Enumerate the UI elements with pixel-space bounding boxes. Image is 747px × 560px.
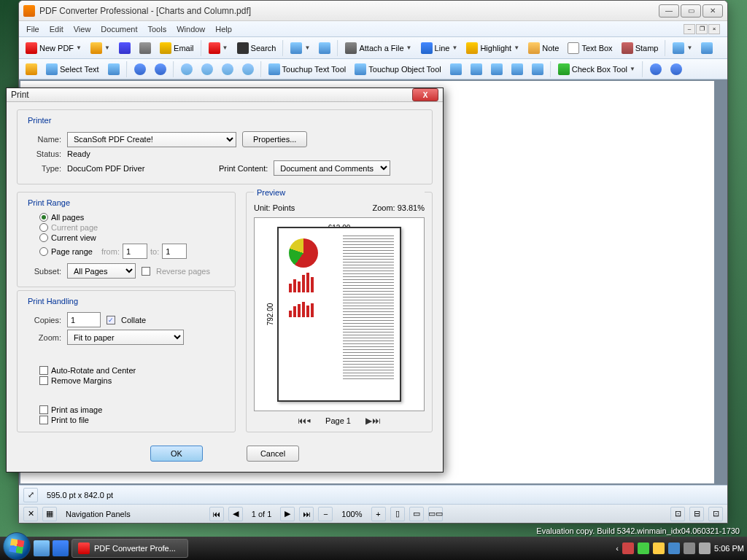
- taskbar-app-button[interactable]: PDF Converter Profe...: [71, 539, 188, 558]
- taskbar[interactable]: PDF Converter Profe... ‹ 5:06 PM: [0, 537, 747, 560]
- rotate-cw[interactable]: [667, 61, 686, 78]
- print-file-checkbox[interactable]: [39, 416, 48, 424]
- scan-button[interactable]: ▼: [287, 39, 314, 57]
- convert-button[interactable]: ▼: [205, 39, 232, 57]
- tray-icon-3[interactable]: [653, 542, 665, 554]
- snapshot-tool[interactable]: [104, 61, 123, 78]
- prev-page[interactable]: ◀: [228, 507, 243, 521]
- print-content-select[interactable]: Document and Comments: [274, 160, 390, 176]
- menu-view[interactable]: View: [74, 25, 91, 34]
- to-input[interactable]: [162, 244, 187, 259]
- zoom-out-sb[interactable]: −: [318, 507, 333, 521]
- menu-help[interactable]: Help: [215, 25, 232, 34]
- nav-prev[interactable]: [131, 61, 150, 78]
- email-button[interactable]: Email: [156, 39, 198, 57]
- next-page[interactable]: ▶: [280, 507, 295, 521]
- radio-all-pages[interactable]: [39, 213, 48, 222]
- zoom-select[interactable]: Fit to paper: [67, 330, 184, 345]
- radio-current-view[interactable]: [39, 233, 48, 242]
- link-tool[interactable]: [467, 61, 486, 78]
- form-tool[interactable]: [508, 61, 527, 78]
- menu-file[interactable]: File: [26, 25, 39, 34]
- menu-tools[interactable]: Tools: [148, 25, 167, 34]
- view-facing[interactable]: ▭▭: [428, 507, 443, 521]
- autorotate-checkbox[interactable]: [39, 366, 48, 375]
- sb-opt1[interactable]: ⊡: [670, 507, 685, 521]
- subset-select[interactable]: All Pages: [67, 263, 136, 279]
- view-single[interactable]: ▯: [390, 507, 405, 521]
- form2-tool[interactable]: [528, 61, 547, 78]
- preview-last[interactable]: ▶⏭: [365, 416, 381, 426]
- crop-tool[interactable]: [487, 61, 506, 78]
- hand-tool[interactable]: [22, 61, 41, 78]
- show2-button[interactable]: [697, 39, 716, 57]
- dialog-titlebar[interactable]: Print X: [7, 88, 443, 102]
- last-page[interactable]: ⏭: [299, 507, 314, 521]
- open-button[interactable]: ▼: [87, 39, 114, 57]
- menu-edit[interactable]: Edit: [50, 25, 63, 34]
- view-continuous[interactable]: ▭: [409, 507, 424, 521]
- sb-panel-close[interactable]: ✕: [23, 507, 38, 521]
- nav-next[interactable]: [151, 61, 170, 78]
- tray-icon-1[interactable]: [622, 542, 634, 554]
- nav-panels-icon[interactable]: ▦: [42, 507, 57, 521]
- select-text-tool[interactable]: Select Text: [42, 61, 103, 78]
- minimize-button[interactable]: —: [659, 4, 679, 18]
- copies-input[interactable]: [67, 312, 101, 327]
- nav-panels-label[interactable]: Navigation Panels: [61, 510, 135, 518]
- attach-file-button[interactable]: Attach a File▼: [341, 39, 415, 57]
- stamp-button[interactable]: Stamp: [618, 39, 662, 57]
- dialog-close-button[interactable]: X: [412, 88, 438, 101]
- zoom-in[interactable]: [177, 61, 196, 78]
- zoom-out[interactable]: [198, 61, 217, 78]
- system-tray[interactable]: ‹ 5:06 PM: [616, 542, 744, 554]
- zoom-loupe[interactable]: [239, 61, 258, 78]
- remove-margins-checkbox[interactable]: [39, 376, 48, 385]
- properties-button[interactable]: Properties...: [242, 131, 307, 147]
- search-button[interactable]: Search: [233, 39, 280, 57]
- menu-document[interactable]: Document: [101, 25, 137, 34]
- titlebar[interactable]: PDF Converter Professional - [Charts and…: [19, 1, 727, 21]
- printer-name-select[interactable]: ScanSoft PDF Create!: [67, 132, 236, 147]
- tray-chevron-icon[interactable]: ‹: [616, 544, 619, 553]
- reverse-checkbox[interactable]: [142, 267, 150, 276]
- print-image-checkbox[interactable]: [39, 405, 48, 414]
- line-button[interactable]: Line▼: [417, 39, 462, 57]
- tray-clock[interactable]: 5:06 PM: [714, 544, 744, 553]
- radio-page-range[interactable]: [39, 247, 48, 256]
- sb-opt2[interactable]: ⊟: [689, 507, 704, 521]
- show-button[interactable]: ▼: [669, 39, 696, 57]
- textbox-button[interactable]: Text Box: [564, 39, 616, 57]
- quicklaunch-desktop[interactable]: [34, 540, 50, 556]
- zoom-fit[interactable]: [218, 61, 237, 78]
- print-button[interactable]: [136, 39, 155, 57]
- collate-checkbox[interactable]: ✓: [107, 316, 115, 324]
- touchup-object-tool[interactable]: Touchup Object Tool: [351, 61, 444, 78]
- from-input[interactable]: [123, 244, 147, 259]
- close-button[interactable]: ✕: [703, 4, 723, 18]
- checkbox-tool[interactable]: Check Box Tool▼: [554, 61, 639, 78]
- sb-opt3[interactable]: ⊡: [708, 507, 723, 521]
- mdi-restore[interactable]: ❐: [696, 24, 708, 34]
- cancel-button[interactable]: Cancel: [247, 446, 299, 462]
- mdi-minimize[interactable]: –: [684, 24, 695, 34]
- note-button[interactable]: Note: [525, 39, 562, 57]
- zoom-in-sb[interactable]: +: [371, 507, 386, 521]
- save-button[interactable]: [115, 39, 134, 57]
- maximize-button[interactable]: ▭: [681, 4, 701, 18]
- touchup-text-tool[interactable]: Touchup Text Tool: [265, 61, 350, 78]
- tray-icon-2[interactable]: [638, 542, 649, 554]
- tray-icon-4[interactable]: [668, 542, 680, 554]
- sb-size-icon[interactable]: ⤢: [23, 488, 38, 502]
- camera-button[interactable]: [315, 39, 334, 57]
- tray-icon-5[interactable]: [684, 542, 695, 554]
- mdi-close[interactable]: ×: [708, 24, 720, 34]
- arrow-tool[interactable]: [446, 61, 465, 78]
- first-page[interactable]: ⏮: [209, 507, 224, 521]
- ok-button[interactable]: OK: [150, 446, 203, 462]
- quicklaunch-ie[interactable]: [53, 540, 69, 556]
- highlight-button[interactable]: Highlight▼: [462, 39, 523, 57]
- tray-volume-icon[interactable]: [699, 542, 711, 554]
- zoom-level[interactable]: 100%: [337, 510, 366, 518]
- menu-window[interactable]: Window: [177, 25, 205, 34]
